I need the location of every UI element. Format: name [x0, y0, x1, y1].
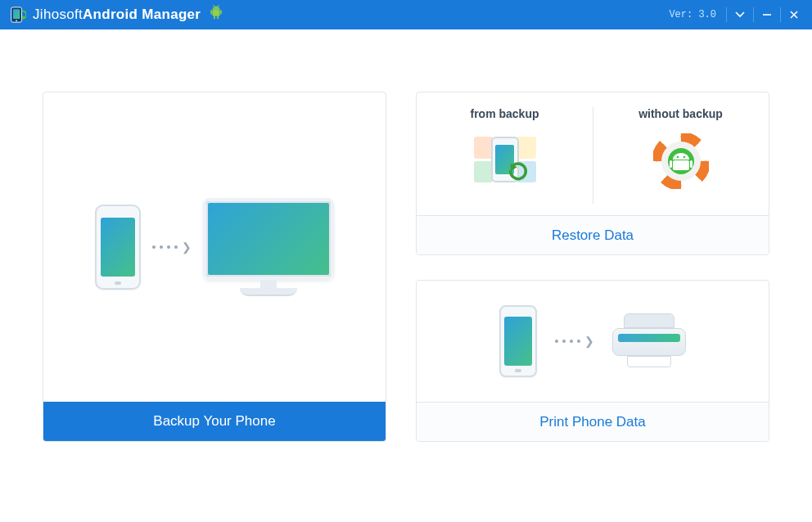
- close-button[interactable]: [781, 0, 807, 29]
- lifebuoy-icon: [653, 133, 709, 189]
- arrow-icon: ❯: [555, 335, 594, 347]
- printer-icon: [612, 313, 686, 369]
- svg-point-23: [676, 156, 679, 159]
- svg-point-2: [16, 20, 17, 21]
- backup-illustration: ❯: [43, 92, 386, 402]
- monitor-icon: [203, 198, 334, 296]
- svg-rect-4: [211, 10, 213, 14]
- svg-point-10: [214, 7, 215, 8]
- restore-without-backup-label: without backup: [638, 107, 723, 120]
- restore-from-backup-label: from backup: [470, 107, 539, 120]
- svg-rect-5: [220, 10, 222, 14]
- backup-card[interactable]: ❯ Backup Your Phone: [43, 92, 386, 442]
- print-button[interactable]: Print Phone Data: [417, 402, 769, 441]
- main-content: ❯ Backup Your Phone from backup: [0, 29, 812, 442]
- restore-card: from backup: [416, 92, 769, 255]
- svg-rect-7: [218, 16, 219, 20]
- restore-from-backup-option[interactable]: from backup: [417, 92, 593, 215]
- svg-line-9: [218, 6, 219, 7]
- phone-icon: [95, 205, 141, 290]
- menu-dropdown-button[interactable]: [727, 0, 753, 29]
- svg-rect-20: [673, 160, 689, 170]
- backup-button[interactable]: Backup Your Phone: [43, 402, 386, 441]
- svg-point-24: [683, 156, 685, 159]
- svg-point-11: [218, 7, 219, 8]
- minimize-button[interactable]: [754, 0, 780, 29]
- print-illustration: ❯: [417, 281, 769, 402]
- svg-rect-21: [670, 160, 672, 168]
- print-card[interactable]: ❯ Print Phone Data: [416, 280, 769, 442]
- app-logo-icon: [8, 6, 26, 24]
- phone-icon: [499, 305, 537, 377]
- app-title-light: Jihosoft: [33, 7, 83, 23]
- svg-rect-1: [13, 9, 20, 19]
- titlebar: Jihosoft Android Manager Ver: 3.0: [0, 0, 812, 29]
- svg-line-8: [214, 6, 214, 7]
- android-icon: [209, 5, 223, 25]
- arrow-icon: ❯: [152, 241, 192, 253]
- app-title-bold: Android Manager: [83, 7, 201, 23]
- restore-without-backup-option[interactable]: without backup: [593, 92, 769, 215]
- restore-button[interactable]: Restore Data: [417, 215, 769, 254]
- restore-from-backup-icon: [474, 133, 536, 186]
- svg-rect-6: [214, 16, 215, 20]
- svg-rect-22: [690, 160, 692, 168]
- version-label: Ver: 3.0: [659, 9, 726, 20]
